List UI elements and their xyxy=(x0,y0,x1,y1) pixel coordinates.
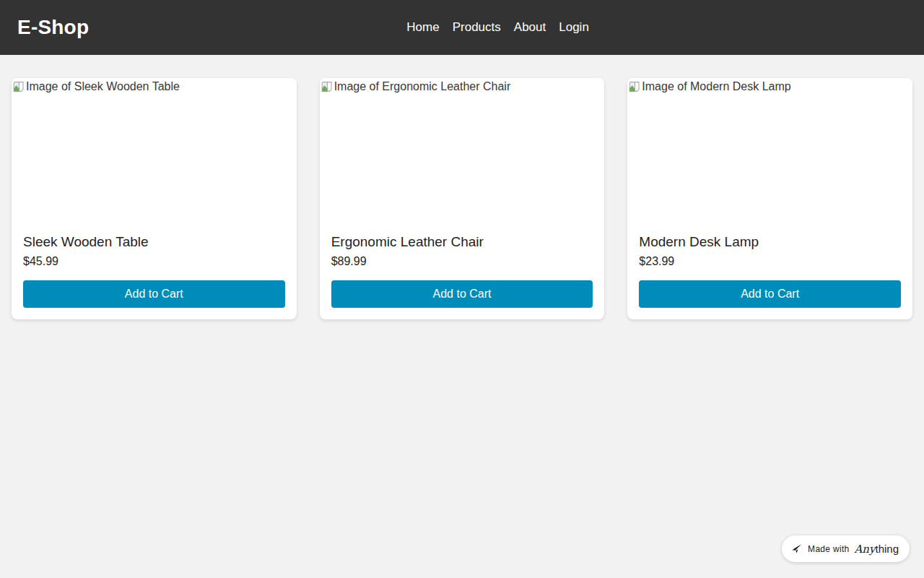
product-grid: Image of Sleek Wooden Table Sleek Wooden… xyxy=(0,55,924,342)
product-card: Image of Modern Desk Lamp Modern Desk La… xyxy=(627,78,912,319)
broken-image-icon xyxy=(321,80,334,93)
product-name: Modern Desk Lamp xyxy=(639,234,901,250)
broken-image-icon xyxy=(628,80,641,93)
anything-logo-icon xyxy=(790,543,803,555)
product-card: Image of Ergonomic Leather Chair Ergonom… xyxy=(320,78,605,319)
brand-thing: thing xyxy=(875,543,899,555)
add-to-cart-button[interactable]: Add to Cart xyxy=(639,280,901,308)
broken-image-icon xyxy=(12,80,25,93)
product-image: Image of Ergonomic Leather Chair xyxy=(320,78,605,223)
add-to-cart-button[interactable]: Add to Cart xyxy=(23,280,285,308)
product-image: Image of Modern Desk Lamp xyxy=(627,78,912,223)
made-with-label: Made with xyxy=(808,544,849,554)
main-nav: Home Products About Login xyxy=(406,20,589,35)
add-to-cart-button[interactable]: Add to Cart xyxy=(331,280,593,308)
nav-link-home[interactable]: Home xyxy=(406,20,439,35)
broken-image-placeholder: Image of Sleek Wooden Table xyxy=(12,78,180,93)
product-image: Image of Sleek Wooden Table xyxy=(12,78,297,223)
product-card-body: Modern Desk Lamp $23.99 Add to Cart xyxy=(627,223,912,319)
product-price: $23.99 xyxy=(639,255,901,268)
product-card: Image of Sleek Wooden Table Sleek Wooden… xyxy=(12,78,297,319)
product-card-body: Ergonomic Leather Chair $89.99 Add to Ca… xyxy=(320,223,605,319)
anything-brand-label: Anything xyxy=(855,543,899,556)
image-alt-text: Image of Modern Desk Lamp xyxy=(642,80,790,93)
product-price: $89.99 xyxy=(331,255,593,268)
header: E-Shop Home Products About Login xyxy=(0,0,924,55)
broken-image-placeholder: Image of Modern Desk Lamp xyxy=(627,78,790,93)
product-name: Ergonomic Leather Chair xyxy=(331,234,593,250)
nav-link-login[interactable]: Login xyxy=(559,20,589,35)
site-logo[interactable]: E-Shop xyxy=(17,16,89,39)
nav-link-products[interactable]: Products xyxy=(453,20,501,35)
made-with-badge[interactable]: Made with Anything xyxy=(782,535,910,562)
image-alt-text: Image of Sleek Wooden Table xyxy=(26,80,180,93)
nav-link-about[interactable]: About xyxy=(514,20,546,35)
product-price: $45.99 xyxy=(23,255,285,268)
product-name: Sleek Wooden Table xyxy=(23,234,285,250)
broken-image-placeholder: Image of Ergonomic Leather Chair xyxy=(320,78,511,93)
brand-any: Any xyxy=(855,543,876,556)
product-card-body: Sleek Wooden Table $45.99 Add to Cart xyxy=(12,223,297,319)
image-alt-text: Image of Ergonomic Leather Chair xyxy=(334,80,511,93)
